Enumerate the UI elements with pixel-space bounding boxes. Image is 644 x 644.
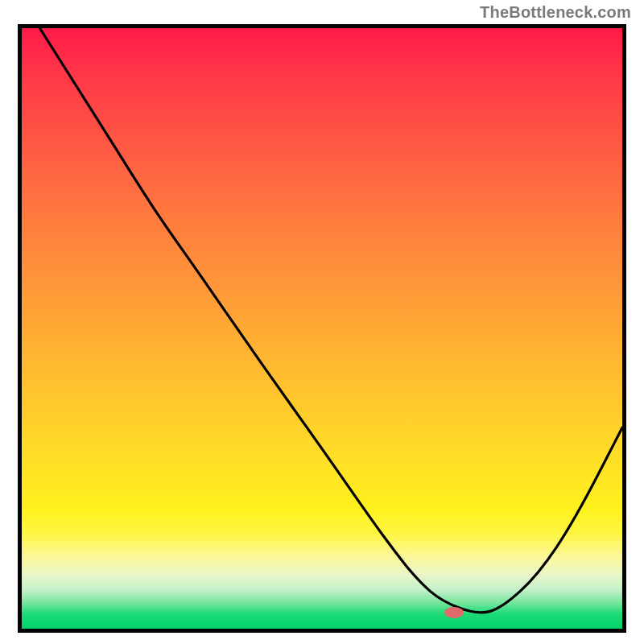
highlight-marker	[444, 607, 464, 618]
attribution-text: TheBottleneck.com	[480, 3, 631, 22]
chart-svg	[22, 28, 622, 629]
bottleneck-curve	[39, 28, 622, 613]
chart-area	[18, 24, 626, 633]
